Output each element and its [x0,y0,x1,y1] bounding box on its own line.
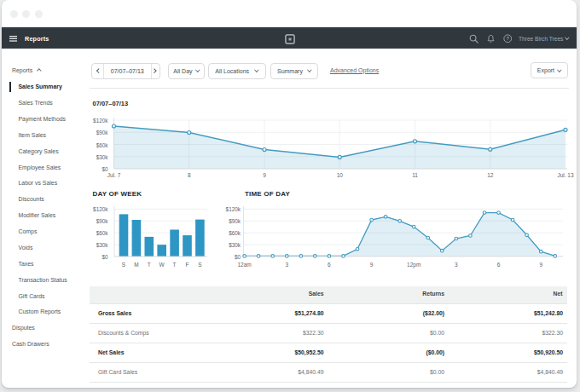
svg-text:?: ? [506,36,509,41]
